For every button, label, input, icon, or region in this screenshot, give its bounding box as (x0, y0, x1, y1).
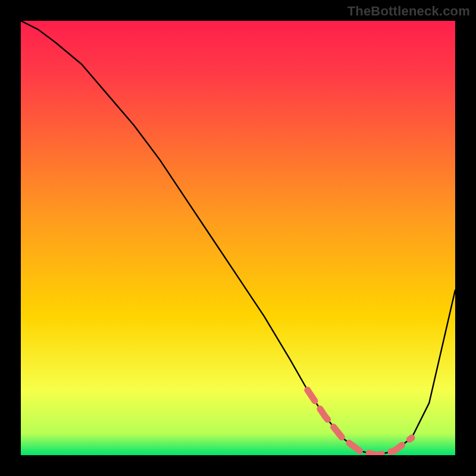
plot-area (21, 21, 455, 455)
chart-svg (21, 21, 455, 455)
watermark-text: TheBottleneck.com (347, 4, 470, 19)
chart-frame: TheBottleneck.com (0, 0, 476, 476)
svg-rect-0 (21, 21, 455, 455)
